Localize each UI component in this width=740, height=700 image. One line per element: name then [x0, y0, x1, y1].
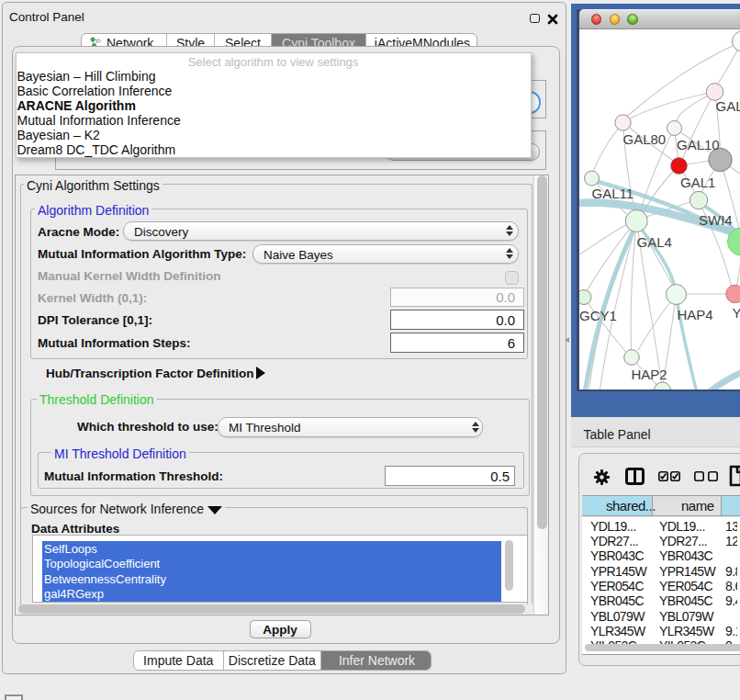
svg-text:HAP2: HAP2: [631, 367, 667, 382]
svg-text:GAL10: GAL10: [677, 137, 720, 152]
svg-text:GAL11: GAL11: [591, 186, 633, 201]
svg-text:Y: Y: [732, 305, 740, 321]
svg-text:GCY1: GCY1: [579, 308, 617, 323]
svg-text:GAL4: GAL4: [636, 234, 671, 250]
svg-text:SWI4: SWI4: [699, 212, 733, 228]
svg-text:GAL: GAL: [715, 98, 740, 114]
svg-text:GAL80: GAL80: [622, 131, 666, 147]
svg-text:HAP4: HAP4: [677, 307, 712, 322]
svg-text:GAL1: GAL1: [680, 175, 715, 190]
